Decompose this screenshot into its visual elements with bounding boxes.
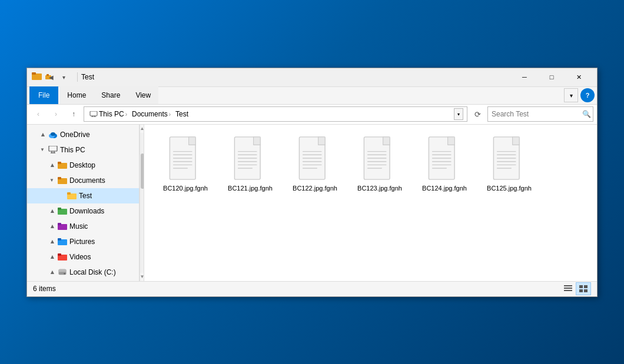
- file-document-icon: [296, 136, 334, 181]
- sidebar-label-downloads: Downloads: [69, 207, 104, 215]
- documents-expand-arrow: ▼: [48, 177, 55, 184]
- file-document-icon: [231, 136, 269, 181]
- breadcrumb-chevron-2: ›: [169, 111, 171, 118]
- title-divider: [77, 72, 78, 82]
- ribbon-expand-btn[interactable]: ▾: [564, 88, 578, 102]
- file-item[interactable]: BC124.jpg.fgnh: [415, 131, 474, 196]
- title-bar-icons: [32, 73, 42, 81]
- pictures-icon: [58, 237, 67, 246]
- file-area: BC120.jpg.fgnh BC121.jpg.fgnh: [144, 125, 597, 281]
- file-menu-tab[interactable]: File: [29, 86, 58, 104]
- quick-dropdown-btn[interactable]: ▾: [58, 72, 69, 82]
- svg-rect-20: [67, 192, 71, 195]
- sidebar-item-this-pc[interactable]: ▼ This PC: [27, 142, 139, 158]
- search-submit-button[interactable]: 🔍: [582, 109, 591, 119]
- share-menu-tab[interactable]: Share: [94, 86, 128, 104]
- breadcrumb-label-documents: Documents: [132, 110, 168, 118]
- details-view-btn[interactable]: [560, 282, 576, 295]
- quick-access-buttons: ◀ ▾: [46, 72, 69, 82]
- sidebar-item-music[interactable]: ▶ Music: [27, 219, 139, 234]
- breadcrumb-dropdown-btn[interactable]: ▾: [454, 108, 463, 120]
- sidebar-item-local-disk[interactable]: ▶ Local Disk (C:): [27, 265, 139, 280]
- scroll-track: [140, 133, 144, 273]
- svg-rect-4: [90, 111, 97, 116]
- videos-expand-arrow: ▶: [48, 253, 55, 261]
- this-pc-icon: [48, 145, 58, 155]
- view-menu-tab[interactable]: View: [128, 86, 158, 104]
- file-document-icon: [167, 136, 204, 181]
- maximize-button[interactable]: □: [538, 68, 565, 86]
- file-document-icon: [426, 136, 463, 181]
- svg-point-31: [64, 273, 65, 275]
- breadcrumb-label-pc: This PC: [99, 110, 124, 118]
- nav-forward-button[interactable]: ›: [48, 106, 64, 122]
- svg-rect-94: [564, 290, 572, 291]
- sidebar-item-documents[interactable]: ▼ Documents: [27, 173, 139, 188]
- menu-expand-area: ▾ ?: [564, 88, 595, 102]
- nav-back-button[interactable]: ‹: [31, 106, 46, 122]
- svg-rect-97: [579, 289, 583, 292]
- sidebar-item-downloads[interactable]: ▶ Downloads: [27, 203, 139, 219]
- breadcrumb-this-pc[interactable]: This PC ›: [88, 109, 129, 119]
- scroll-down-btn[interactable]: ▼: [140, 273, 144, 281]
- home-menu-tab[interactable]: Home: [59, 86, 94, 104]
- minimize-button[interactable]: ─: [511, 68, 538, 86]
- sidebar-label-onedrive: OneDrive: [60, 131, 90, 139]
- file-item[interactable]: BC125.jpg.fgnh: [480, 131, 539, 196]
- file-item[interactable]: BC123.jpg.fgnh: [350, 131, 409, 196]
- details-view-icon: [564, 285, 572, 292]
- sidebar-item-test[interactable]: ▶ Test: [27, 188, 139, 203]
- breadcrumb-label-test: Test: [175, 110, 188, 118]
- search-bar[interactable]: 🔍: [487, 106, 593, 122]
- svg-rect-65: [383, 136, 390, 144]
- breadcrumb-bar[interactable]: This PC › Documents › Test ▾: [84, 106, 467, 122]
- music-icon: [58, 222, 67, 231]
- sidebar-item-videos[interactable]: ▶ Videos: [27, 249, 139, 265]
- file-document-icon: [361, 136, 399, 181]
- refresh-button[interactable]: ⟳: [470, 106, 485, 122]
- sidebar-item-pictures[interactable]: ▶ Pictures: [27, 234, 139, 249]
- help-button[interactable]: ?: [580, 88, 595, 102]
- explorer-window: ◀ ▾ Test ─ □ ✕ File Home Share View ▾ ? …: [26, 68, 598, 297]
- svg-rect-93: [564, 288, 572, 289]
- test-folder-icon: [67, 191, 77, 201]
- scroll-up-btn[interactable]: ▲: [140, 125, 144, 133]
- breadcrumb-test[interactable]: Test: [174, 109, 190, 119]
- file-document-icon: [490, 136, 528, 181]
- breadcrumb-documents[interactable]: Documents ›: [130, 109, 172, 119]
- item-count-label: 6 items: [33, 285, 56, 293]
- sidebar-label-desktop: Desktop: [69, 161, 95, 169]
- svg-rect-16: [58, 162, 61, 164]
- file-item[interactable]: BC121.jpg.fgnh: [221, 131, 280, 196]
- videos-icon: [58, 252, 67, 262]
- onedrive-expand-arrow: ▶: [39, 131, 46, 138]
- main-content: ▶ OneDrive ▼ This PC ▶: [27, 125, 597, 281]
- search-input[interactable]: [492, 110, 580, 118]
- sidebar-label-music: Music: [69, 222, 88, 231]
- svg-rect-30: [59, 269, 67, 272]
- file-item[interactable]: BC120.jpg.fgnh: [156, 131, 215, 196]
- svg-rect-18: [58, 177, 61, 179]
- quick-back-btn[interactable]: ◀: [46, 72, 57, 82]
- file-name-label: BC123.jpg.fgnh: [357, 184, 402, 192]
- svg-rect-11: [49, 146, 57, 151]
- svg-rect-55: [318, 136, 325, 144]
- pc-icon: [89, 111, 98, 117]
- sidebar-label-documents: Documents: [69, 176, 105, 185]
- close-button[interactable]: ✕: [565, 68, 592, 86]
- sidebar-scrollbar: ▲ ▼: [140, 125, 144, 281]
- sidebar-item-desktop[interactable]: ▶ Desktop: [27, 158, 139, 173]
- downloads-expand-arrow: ▶: [48, 208, 55, 215]
- svg-rect-26: [58, 238, 61, 241]
- title-folder-icon: [32, 72, 42, 82]
- tiles-view-icon: [579, 285, 588, 292]
- nav-up-button[interactable]: ↑: [66, 106, 81, 122]
- file-item[interactable]: BC122.jpg.fgnh: [286, 131, 344, 196]
- file-name-label: BC121.jpg.fgnh: [228, 184, 273, 192]
- svg-rect-45: [254, 136, 260, 144]
- svg-rect-98: [584, 289, 588, 292]
- title-bar: ◀ ▾ Test ─ □ ✕: [27, 68, 597, 87]
- tiles-view-btn[interactable]: [576, 282, 591, 295]
- sidebar-item-onedrive[interactable]: ▶ OneDrive: [27, 127, 139, 142]
- svg-rect-28: [58, 253, 61, 256]
